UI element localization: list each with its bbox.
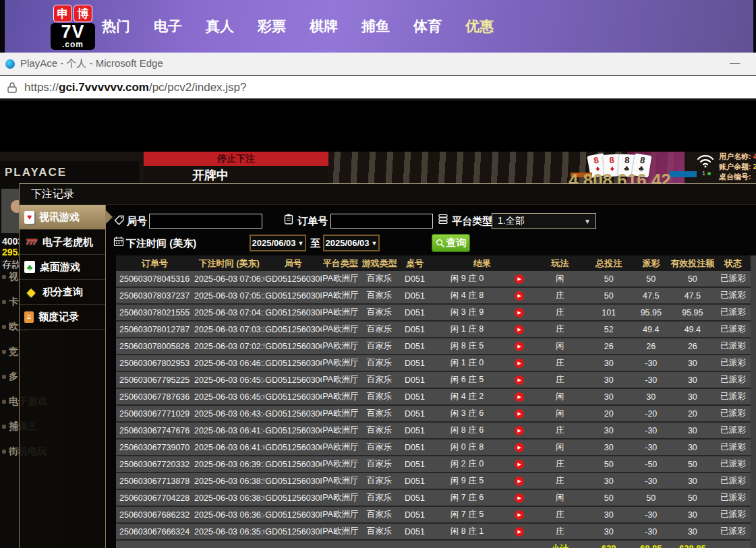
cell-game-type: 百家乐	[359, 473, 399, 489]
site-navbar: 申 博 7V .com 热门电子真人彩票棋牌捕鱼体育优惠	[0, 0, 756, 53]
cell-order-number: 250603067739070	[116, 439, 194, 456]
cell-platform: PA欧洲厅	[322, 422, 359, 439]
cell-result: 闲 8 庄 6	[430, 422, 504, 439]
cell-play-type: 闲	[535, 489, 585, 506]
cell-valid-bet: 30	[670, 422, 716, 439]
cell-total-bet: 26	[585, 338, 633, 355]
replay-play-icon[interactable]: ▶	[515, 409, 524, 419]
cell-valid-bet: 50	[670, 271, 716, 287]
cell-valid-bet: 30	[670, 523, 716, 540]
cell-order-number: 250603067771029	[116, 405, 194, 422]
cell-replay: ▶	[504, 405, 535, 422]
cell-platform: PA欧洲厅	[322, 523, 359, 540]
nav-item-5[interactable]: 棋牌	[309, 17, 339, 36]
modal-sidebar: 视讯游戏电子老虎机桌面游戏积分查询额度记录	[20, 205, 106, 548]
playace-logo: PLAYACE	[0, 161, 140, 184]
cell-valid-bet: 30	[670, 388, 716, 405]
cell-payout: -50	[633, 456, 670, 473]
round-number-input[interactable]	[149, 214, 262, 229]
cell-table-number: D051	[399, 506, 430, 523]
replay-play-icon[interactable]: ▶	[515, 325, 524, 334]
nav-item-2[interactable]: 电子	[153, 17, 183, 36]
nav-item-1[interactable]: 热门	[101, 17, 131, 36]
minimize-button[interactable]: —	[730, 57, 740, 68]
replay-play-icon[interactable]: ▶	[515, 274, 524, 284]
cell-order-number: 250603067720332	[116, 456, 194, 473]
cell-order-number: 250603078012787	[116, 321, 194, 338]
cell-valid-bet: 30	[670, 371, 716, 388]
cell-order-number: 250603067713878	[116, 473, 194, 489]
replay-play-icon[interactable]: ▶	[515, 392, 524, 402]
nav-item-8[interactable]: 优惠	[465, 17, 494, 36]
date-from-select[interactable]: 2025/06/03 ▼	[250, 235, 306, 251]
cell-bet-time: 2025-06-03 06:45:45	[194, 371, 264, 388]
replay-play-icon[interactable]: ▶	[515, 527, 524, 537]
cell-valid-bet: 30	[670, 473, 716, 489]
table-row: 2506030677952252025-06-03 06:45:45GD0512…	[116, 371, 751, 388]
stop-betting-banner: 停止下注	[144, 152, 328, 166]
order-number-input[interactable]	[330, 214, 433, 229]
subtotal-valid-bet: 628.85	[670, 540, 716, 548]
sidebar-item-2[interactable]: 电子老虎机	[20, 230, 105, 255]
cell-table-number: D051	[399, 388, 430, 405]
cell-result: 闲 3 庄 6	[430, 405, 504, 422]
seat-number: 1	[702, 170, 705, 177]
cell-play-type: 庄	[535, 473, 585, 489]
sidebar-item-1[interactable]: 视讯游戏	[20, 205, 105, 230]
betting-records-modal: 下注记录 视讯游戏电子老虎机桌面游戏积分查询额度记录 局号 订单号	[19, 183, 756, 548]
cell-bet-time: 2025-06-03 06:35:02	[194, 523, 264, 540]
replay-play-icon[interactable]: ▶	[515, 359, 524, 368]
account-balance-value: 2	[753, 162, 756, 171]
replay-play-icon[interactable]: ▶	[515, 443, 524, 452]
cell-table-number: D051	[399, 489, 430, 506]
sidebar-item-3[interactable]: 桌面游戏	[20, 255, 105, 280]
cell-status: 已派彩	[716, 271, 751, 287]
cell-total-bet: 30	[585, 473, 633, 489]
cell-table-number: D051	[399, 473, 430, 489]
sidebar-item-4[interactable]: 积分查询	[20, 280, 105, 305]
col-header: 桌号	[399, 255, 430, 271]
cell-replay: ▶	[504, 473, 535, 489]
cell-game-type: 百家乐	[359, 456, 399, 473]
table-row: 2506030677710292025-06-03 06:43:45GD0512…	[116, 405, 751, 422]
cell-play-type: 庄	[535, 523, 585, 540]
cell-round-number: GD051256030NU	[264, 523, 322, 540]
replay-play-icon[interactable]: ▶	[515, 308, 524, 317]
cell-valid-bet: 30	[670, 439, 716, 456]
cell-round-number: GD051256030O2	[264, 439, 322, 456]
date-to-select[interactable]: 2025/06/03 ▼	[323, 235, 380, 251]
replay-play-icon[interactable]: ▶	[515, 342, 524, 351]
replay-play-icon[interactable]: ▶	[515, 460, 524, 469]
cell-payout: -20	[633, 405, 670, 422]
replay-play-icon[interactable]: ▶	[515, 426, 524, 435]
platform-type-select[interactable]: 1.全部 ▼	[492, 213, 596, 229]
col-header: 状态	[716, 255, 751, 271]
cell-round-number: GD051256030O6	[264, 405, 322, 422]
replay-play-icon[interactable]: ▶	[515, 510, 524, 520]
search-button[interactable]: 查询	[432, 234, 470, 252]
subtotal-status-blank	[716, 540, 751, 548]
replay-play-icon[interactable]: ▶	[515, 375, 524, 385]
nav-item-4[interactable]: 彩票	[257, 17, 287, 36]
cell-result: 闲 6 庄 5	[430, 371, 504, 388]
table-row: 2506030676862322025-06-03 06:36:40GD0512…	[116, 506, 751, 523]
nav-item-7[interactable]: 体育	[413, 17, 442, 36]
site-logo[interactable]: 申 博 7V .com	[51, 5, 95, 50]
replay-play-icon[interactable]: ▶	[515, 493, 524, 503]
replay-play-icon[interactable]: ▶	[515, 291, 524, 301]
cell-payout: -30	[633, 422, 670, 439]
cell-bet-time: 2025-06-03 07:04:12	[194, 304, 264, 321]
nav-item-6[interactable]: 捕鱼	[361, 17, 390, 36]
browser-urlbar[interactable]: https://gci.7vvvvvv.com/pc/pcv2/index.js…	[0, 76, 756, 100]
cell-result: 闲 7 庄 6	[430, 489, 504, 506]
cell-valid-bet: 95.95	[670, 304, 716, 321]
cell-order-number: 250603067747676	[116, 422, 194, 439]
nav-item-3[interactable]: 真人	[205, 17, 235, 36]
col-header: 下注时间 (美东)	[194, 255, 264, 271]
sidebar-item-5[interactable]: 额度记录	[20, 305, 105, 330]
cell-platform: PA欧洲厅	[322, 338, 359, 355]
replay-play-icon[interactable]: ▶	[515, 477, 524, 486]
cell-valid-bet: 50	[670, 489, 716, 506]
cell-table-number: D051	[399, 271, 430, 287]
address-text[interactable]: https://gci.7vvvvvv.com/pc/pcv2/index.js…	[24, 81, 247, 94]
